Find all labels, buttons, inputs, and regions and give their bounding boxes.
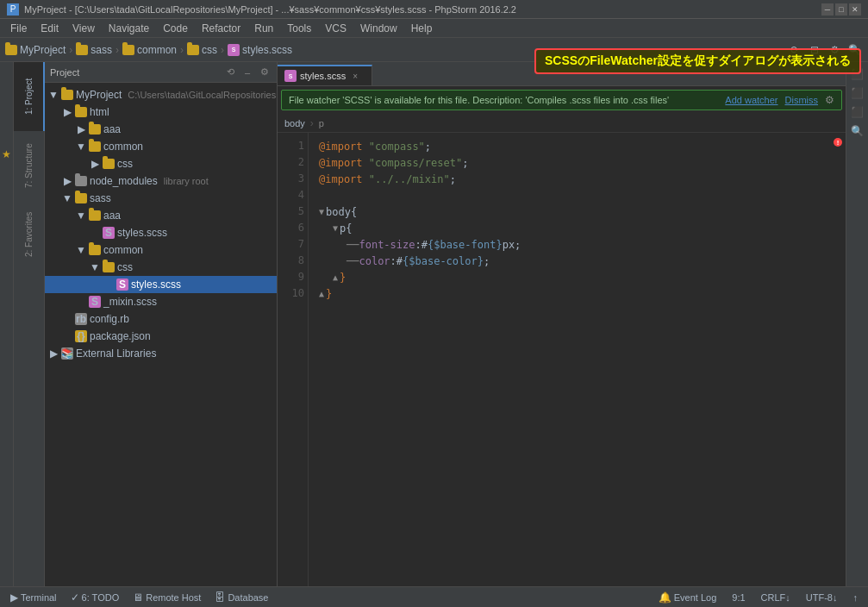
- menu-edit[interactable]: Edit: [34, 21, 66, 36]
- code-editor[interactable]: @import "compass"; @import "compass/rese…: [309, 133, 846, 586]
- fold-close-p[interactable]: ▲: [333, 271, 338, 284]
- menu-help[interactable]: Help: [404, 21, 440, 36]
- sidebar-tab-structure[interactable]: 7: Structure: [14, 131, 45, 200]
- tree-item-styles-scss-1[interactable]: ▶ S styles.scss: [45, 224, 277, 241]
- todo-button[interactable]: ✓ 6: TODO: [67, 590, 123, 605]
- panel-settings-button[interactable]: ⚙: [258, 66, 272, 79]
- code-line-9: ▲}: [319, 269, 835, 285]
- line-col-indicator[interactable]: 9:1: [728, 591, 748, 604]
- menu-window[interactable]: Window: [353, 21, 404, 36]
- tree-item-myproject[interactable]: ▼ MyProject C:\Users\tada\GitLocalReposi…: [45, 86, 277, 103]
- menu-navigate[interactable]: Navigate: [102, 21, 156, 36]
- menu-run[interactable]: Run: [247, 21, 280, 36]
- terminal-button[interactable]: ▶ Terminal: [7, 590, 60, 605]
- code-line-2: @import "compass/reset";: [319, 154, 835, 171]
- sidebar-tab-project[interactable]: 1: Project: [14, 62, 45, 131]
- str-compass: "compass": [369, 139, 425, 154]
- tree-label-sass: sass: [90, 192, 111, 204]
- breadcrumb-css[interactable]: css: [187, 44, 217, 56]
- project-panel: Project ⟲ – ⚙ ▼ MyProject C:\Users\tada\…: [45, 62, 278, 586]
- tree-label-mixin: _mixin.scss: [103, 296, 157, 308]
- database-button[interactable]: 🗄 Database: [211, 590, 272, 605]
- menu-tools[interactable]: Tools: [280, 21, 318, 36]
- remote-host-button[interactable]: 🖥 Remote Host: [129, 590, 204, 605]
- menu-refactor[interactable]: Refactor: [195, 21, 247, 36]
- app-icon: P: [7, 3, 19, 16]
- add-watcher-link[interactable]: Add watcher: [725, 95, 777, 105]
- tab-styles-scss-label: styles.scss: [300, 71, 346, 81]
- rt-btn-2[interactable]: ⬛: [849, 84, 866, 102]
- editor-tab-styles-scss[interactable]: S styles.scss ×: [278, 65, 372, 85]
- close-button[interactable]: ✕: [849, 3, 861, 16]
- tree-item-css-1[interactable]: ▶ css: [45, 155, 277, 172]
- common-1-folder-icon: [89, 141, 101, 152]
- fold-close-body[interactable]: ▲: [319, 287, 324, 300]
- tree-item-external-libs[interactable]: ▶ 📚 External Libraries: [45, 345, 277, 362]
- colon-8: :: [390, 253, 397, 269]
- tree-item-common-1[interactable]: ▼ common: [45, 138, 277, 155]
- breadcrumb-p[interactable]: p: [319, 118, 324, 128]
- tree-item-node-modules[interactable]: ▶ node_modules library root: [45, 172, 277, 190]
- tree-arrow-css-1: ▶: [90, 159, 100, 169]
- tab-close-button[interactable]: ×: [349, 70, 361, 82]
- tree-arrow-html: ▶: [62, 107, 72, 117]
- file-watcher-banner: File watcher 'SCSS' is available for thi…: [281, 90, 842, 110]
- line-num-3: 3: [281, 171, 304, 187]
- panel-title: Project: [50, 67, 220, 78]
- aaa-2-folder-icon: [89, 210, 101, 221]
- breadcrumb-styles-scss-label: styles.scss: [242, 44, 292, 56]
- tree-item-css-2[interactable]: ▼ css: [45, 259, 277, 276]
- breadcrumb-styles-scss[interactable]: S styles.scss: [228, 44, 292, 56]
- kw-import-2: @import: [319, 155, 363, 171]
- tree-item-package-json[interactable]: ▶ {} package.json: [45, 328, 277, 345]
- font-size-unit: px;: [503, 237, 521, 253]
- tree-item-styles-scss-selected[interactable]: ▶ S styles.scss: [45, 276, 277, 293]
- sidebar-tab-favorites[interactable]: 2: Favorites: [14, 200, 45, 269]
- breadcrumb-myproject[interactable]: MyProject: [5, 44, 66, 56]
- styles-scss-selected-icon: S: [116, 278, 128, 291]
- code-line-6: ▼p{: [319, 220, 835, 236]
- database-label: Database: [228, 592, 268, 603]
- tree-item-aaa-1[interactable]: ▶ aaa: [45, 121, 277, 138]
- fold-p[interactable]: ▼: [333, 222, 338, 235]
- rt-btn-3[interactable]: ⬛: [849, 103, 866, 121]
- line-num-5: 5: [281, 203, 304, 220]
- tree-item-html[interactable]: ▶ html: [45, 103, 277, 121]
- kw-import-1: @import: [319, 139, 363, 154]
- fold-body[interactable]: ▼: [319, 205, 324, 218]
- menu-file[interactable]: File: [3, 21, 34, 36]
- menu-code[interactable]: Code: [156, 21, 195, 36]
- tree-label-aaa-2: aaa: [103, 210, 121, 222]
- tree-label-external-libs: External Libraries: [76, 347, 156, 360]
- breadcrumb-body[interactable]: body: [284, 118, 305, 128]
- tree-item-config-rb[interactable]: ▶ rb config.rb: [45, 310, 277, 328]
- panel-sync-button[interactable]: ⟲: [223, 66, 237, 79]
- menu-view[interactable]: View: [66, 21, 102, 36]
- breadcrumb-sep-2: ›: [116, 44, 119, 56]
- rt-btn-4[interactable]: 🔍: [849, 122, 866, 140]
- panel-collapse-button[interactable]: –: [240, 66, 254, 79]
- tree-item-mixin[interactable]: ▶ S _mixin.scss: [45, 293, 277, 310]
- favorite-star-icon[interactable]: ★: [2, 148, 11, 160]
- common-folder-icon: [122, 45, 134, 55]
- minimize-button[interactable]: ─: [821, 3, 834, 16]
- terminal-icon: ▶: [10, 591, 18, 604]
- todo-label: 6: TODO: [82, 592, 120, 603]
- breadcrumb-sass[interactable]: sass: [76, 44, 112, 56]
- dismiss-banner-button[interactable]: Dismiss: [785, 95, 819, 105]
- encoding-indicator[interactable]: UTF-8↓: [802, 591, 841, 604]
- tree-item-sass[interactable]: ▼ sass: [45, 190, 277, 207]
- close-p: }: [340, 270, 346, 285]
- event-log-button[interactable]: 🔔 Event Log: [655, 590, 721, 605]
- breadcrumb-common[interactable]: common: [122, 44, 177, 56]
- gutter-error-indicator: !: [834, 138, 842, 147]
- crlf-indicator[interactable]: CRLF↓: [758, 591, 794, 604]
- aaa-1-folder-icon: [89, 124, 101, 135]
- tree-item-common-2[interactable]: ▼ common: [45, 241, 277, 259]
- tree-item-aaa-2[interactable]: ▼ aaa: [45, 207, 277, 224]
- tree-path-myproject: C:\Users\tada\GitLocalRepositories: [128, 90, 276, 100]
- banner-gear-icon[interactable]: ⚙: [825, 94, 834, 106]
- maximize-button[interactable]: □: [835, 3, 847, 16]
- menu-vcs[interactable]: VCS: [318, 21, 353, 36]
- git-indicator[interactable]: ↑: [850, 591, 862, 604]
